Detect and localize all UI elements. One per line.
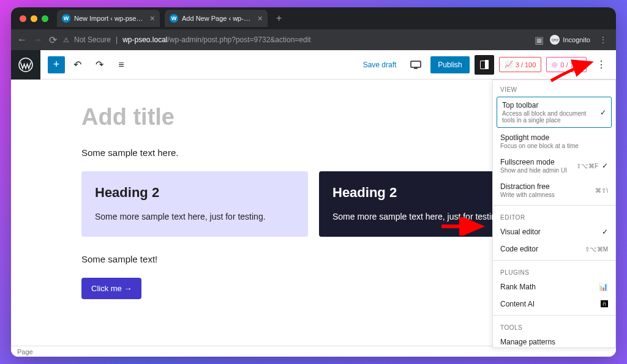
url-domain: wp-pseo.local xyxy=(122,35,167,44)
browser-tabbar: W New Import ‹ wp-pseo — Wor… × W Add Ne… xyxy=(11,7,616,29)
check-icon: ✓ xyxy=(602,228,608,236)
publish-button[interactable]: Publish xyxy=(430,56,469,73)
paragraph-block[interactable]: Some sample text! xyxy=(81,254,546,264)
menu-item-top-toolbar[interactable]: Top toolbar Access all block and documen… xyxy=(497,97,612,128)
menu-item-fullscreen[interactable]: Fullscreen mode Show and hide admin UI ⇧… xyxy=(493,154,615,178)
check-icon: ✓ xyxy=(600,108,606,117)
menu-item-distraction-free[interactable]: Distraction free Write with calmness ⌘⇧\ xyxy=(493,178,615,202)
wordpress-logo-icon[interactable] xyxy=(11,50,40,80)
heading-block[interactable]: Heading 2 xyxy=(95,185,295,201)
new-tab-button[interactable]: + xyxy=(272,13,285,24)
chart-icon: 📈 xyxy=(505,61,513,69)
check-icon: ✓ xyxy=(602,162,608,170)
section-label-plugins: PLUGINS xyxy=(493,263,615,278)
column-1[interactable]: Heading 2 Some more sample text here, ju… xyxy=(81,171,308,237)
menu-item-spotlight[interactable]: Spotlight mode Focus on one block at a t… xyxy=(493,129,615,154)
maximize-window-icon[interactable] xyxy=(42,15,48,22)
breadcrumb[interactable]: Page xyxy=(17,348,33,355)
menu-item-visual-editor[interactable]: Visual editor ✓ xyxy=(493,223,615,240)
reload-button[interactable]: ⟳ xyxy=(49,34,57,46)
incognito-badge: 👓 Incognito xyxy=(550,35,590,45)
section-label-editor: EDITOR xyxy=(493,208,615,223)
tab-title: New Import ‹ wp-pseo — Wor… xyxy=(74,15,146,22)
menu-item-contentai[interactable]: Content AI 🅰 xyxy=(493,295,615,313)
seo-score-2[interactable]: ◎ 0 / 100 xyxy=(546,57,587,72)
incognito-icon: 👓 xyxy=(550,35,560,45)
list-view-button[interactable]: ≡ xyxy=(111,55,131,75)
wordpress-favicon-icon: W xyxy=(62,14,70,23)
preview-button[interactable] xyxy=(406,55,426,75)
insecure-icon: ⚠ xyxy=(63,36,69,44)
extensions-icon[interactable]: ▣ xyxy=(535,34,544,46)
url-path: /wp-admin/post.php?post=9732&action=edit xyxy=(168,35,311,44)
undo-button[interactable]: ↶ xyxy=(67,55,87,75)
paragraph-block[interactable]: Some more sample text here, just for tes… xyxy=(95,210,295,223)
section-label-tools: TOOLS xyxy=(493,318,615,333)
menu-item-manage-patterns[interactable]: Manage patterns xyxy=(493,333,615,348)
more-options-button[interactable]: ⋮ xyxy=(591,55,611,75)
cta-button-block[interactable]: Click me → xyxy=(81,278,141,299)
seo-score-1[interactable]: 📈 3 / 100 xyxy=(499,57,542,72)
settings-toggle-button[interactable] xyxy=(475,55,494,75)
back-button[interactable]: ← xyxy=(17,34,27,45)
target-icon: ◎ xyxy=(552,61,558,69)
not-secure-label: Not Secure xyxy=(74,35,111,44)
incognito-label: Incognito xyxy=(563,36,590,43)
menu-item-rankmath[interactable]: Rank Math 📊 xyxy=(493,278,615,295)
section-label-view: VIEW xyxy=(493,80,615,95)
svg-rect-1 xyxy=(411,61,421,67)
editor-toolbar: + ↶ ↷ ≡ Save draft Publish 📈 3 / 100 ◎ 0 xyxy=(11,50,616,80)
contentai-icon: 🅰 xyxy=(601,300,608,308)
wordpress-editor: + ↶ ↷ ≡ Save draft Publish 📈 3 / 100 ◎ 0 xyxy=(11,50,616,357)
tab-title: Add New Page ‹ wp-pseo — W… xyxy=(182,15,254,22)
redo-button[interactable]: ↷ xyxy=(89,55,109,75)
close-window-icon[interactable] xyxy=(20,15,26,22)
paragraph-block[interactable]: Some sample text here. xyxy=(81,147,546,158)
window-controls[interactable] xyxy=(16,15,52,22)
browser-tab-2[interactable]: W Add New Page ‹ wp-pseo — W… × xyxy=(165,10,268,27)
browser-menu-icon[interactable]: ⋮ xyxy=(596,35,610,45)
close-tab-icon[interactable]: × xyxy=(258,13,263,23)
save-draft-button[interactable]: Save draft xyxy=(358,61,402,69)
address-bar: ← → ⟳ ⚠ Not Secure | wp-pseo.local/wp-ad… xyxy=(11,29,616,50)
wordpress-favicon-icon: W xyxy=(170,14,178,23)
add-block-button[interactable]: + xyxy=(48,56,65,73)
browser-tab-1[interactable]: W New Import ‹ wp-pseo — Wor… × xyxy=(57,10,160,27)
url-input[interactable]: ⚠ Not Secure | wp-pseo.local/wp-admin/po… xyxy=(63,35,528,44)
close-tab-icon[interactable]: × xyxy=(150,13,155,23)
forward-button[interactable]: → xyxy=(33,34,43,45)
menu-item-code-editor[interactable]: Code editor ⇧⌥⌘M xyxy=(493,240,615,258)
rankmath-icon: 📊 xyxy=(599,283,608,291)
page-title-input[interactable]: Add title xyxy=(81,104,546,130)
svg-rect-2 xyxy=(414,68,418,69)
minimize-window-icon[interactable] xyxy=(31,15,37,22)
options-dropdown: VIEW Top toolbar Access all block and do… xyxy=(492,80,616,348)
columns-block[interactable]: Heading 2 Some more sample text here, ju… xyxy=(81,171,546,237)
